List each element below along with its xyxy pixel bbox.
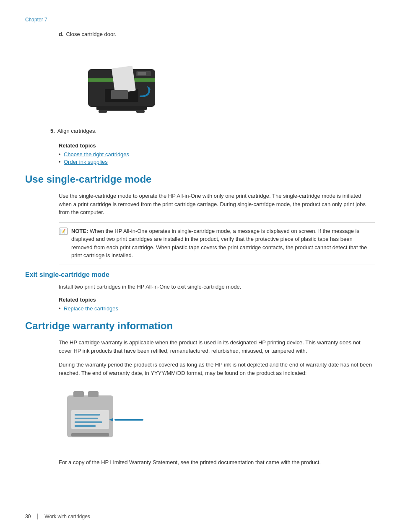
related-topics-1: Related topics Choose the right cartridg… bbox=[59, 142, 375, 165]
note-box: 📝 NOTE: When the HP All-in-One operates … bbox=[59, 222, 375, 264]
note-icon: 📝 bbox=[59, 227, 68, 238]
svg-rect-15 bbox=[73, 391, 84, 397]
related-topics-1-item-2: Order ink supplies bbox=[59, 159, 375, 165]
page-container: Chapter 7 d.Close cartridge door. bbox=[0, 0, 400, 532]
chapter-label: Chapter 7 bbox=[25, 17, 375, 23]
svg-rect-19 bbox=[75, 418, 98, 419]
related-topics-2: Related topics Replace the cartridges bbox=[59, 297, 375, 312]
related-topics-2-title: Related topics bbox=[59, 297, 375, 303]
svg-rect-22 bbox=[71, 433, 109, 436]
order-ink-link[interactable]: Order ink supplies bbox=[64, 159, 108, 165]
related-topics-2-item-1: Replace the cartridges bbox=[59, 305, 375, 312]
svg-rect-4 bbox=[112, 66, 136, 93]
footer-page-number: 30 bbox=[25, 514, 31, 519]
cartridge-image bbox=[59, 383, 155, 450]
svg-rect-10 bbox=[99, 110, 107, 113]
svg-rect-20 bbox=[75, 421, 102, 423]
related-topics-1-title: Related topics bbox=[59, 142, 375, 149]
related-topics-2-list: Replace the cartridges bbox=[59, 305, 375, 312]
svg-rect-11 bbox=[136, 110, 145, 113]
svg-rect-21 bbox=[75, 425, 96, 427]
single-cartridge-body1: Use the single-cartridge mode to operate… bbox=[59, 192, 375, 217]
step-5-text: Align cartridges. bbox=[57, 128, 96, 134]
choose-cartridges-link[interactable]: Choose the right cartridges bbox=[64, 151, 129, 158]
warranty-section-title: Cartridge warranty information bbox=[25, 320, 375, 332]
warranty-body2: During the warranty period the product i… bbox=[59, 361, 375, 377]
note-label: NOTE: bbox=[71, 228, 88, 234]
footer: 30 Work with cartridges bbox=[25, 514, 375, 519]
footer-label: Work with cartridges bbox=[44, 514, 90, 519]
step-5: 5.Align cartridges. bbox=[50, 128, 375, 134]
svg-rect-5 bbox=[111, 90, 128, 99]
related-topics-1-list: Choose the right cartridges Order ink su… bbox=[59, 151, 375, 165]
svg-rect-18 bbox=[75, 414, 100, 416]
single-cartridge-section-title: Use single-cartridge mode bbox=[25, 173, 375, 185]
related-topics-1-item-1: Choose the right cartridges bbox=[59, 151, 375, 158]
printer-image bbox=[75, 44, 168, 119]
svg-rect-9 bbox=[96, 106, 147, 110]
svg-rect-16 bbox=[88, 391, 99, 397]
exit-single-cartridge-title: Exit single-cartridge mode bbox=[25, 271, 375, 279]
svg-text:📝: 📝 bbox=[60, 228, 66, 234]
step-d: d.Close cartridge door. bbox=[59, 31, 375, 37]
warranty-body3: For a copy of the HP Limited Warranty St… bbox=[59, 458, 375, 467]
note-content: NOTE: When the HP All-in-One operates in… bbox=[71, 227, 375, 260]
step-d-letter: d. bbox=[59, 31, 64, 37]
replace-cartridges-link[interactable]: Replace the cartridges bbox=[64, 305, 118, 312]
svg-rect-8 bbox=[138, 72, 146, 75]
step-5-number: 5. bbox=[50, 128, 55, 134]
note-text: When the HP All-in-One operates in singl… bbox=[71, 228, 367, 259]
footer-divider bbox=[37, 514, 38, 519]
step-d-text: Close cartridge door. bbox=[66, 31, 117, 37]
exit-single-cartridge-body: Install two print cartridges in the HP A… bbox=[59, 283, 375, 291]
warranty-body1: The HP cartridge warranty is applicable … bbox=[59, 338, 375, 355]
